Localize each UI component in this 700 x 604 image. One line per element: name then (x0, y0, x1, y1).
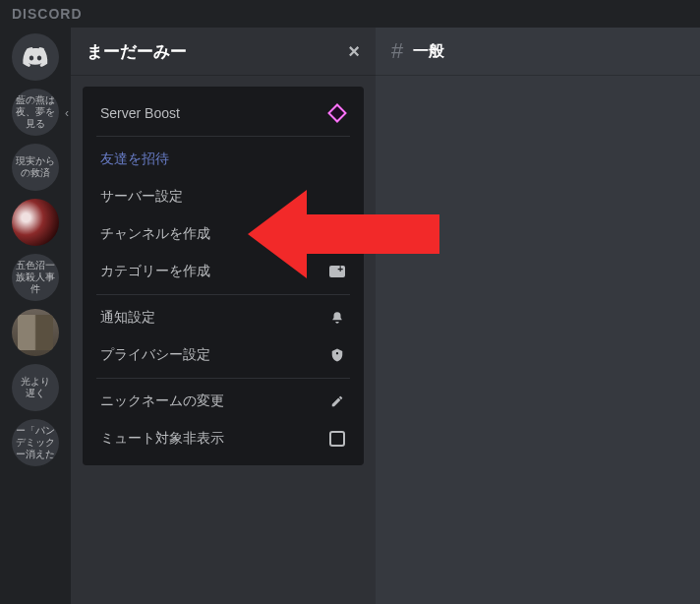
checkbox-empty-icon (328, 430, 346, 448)
server-icon[interactable]: ー「パン デミック ー消えた (12, 419, 59, 466)
server-name: まーだーみー (87, 40, 187, 63)
menu-separator (96, 294, 350, 295)
bell-icon (328, 309, 346, 327)
menu-create-category[interactable]: カテゴリーを作成 (90, 253, 356, 290)
hash-icon: # (391, 38, 403, 64)
server-icon[interactable]: 現実から の救済 (12, 144, 59, 191)
menu-change-nickname[interactable]: ニックネームの変更 (90, 383, 356, 420)
server-icon[interactable] (12, 199, 59, 246)
menu-hide-muted[interactable]: ミュート対象非表示 (90, 420, 356, 457)
menu-invite-friends[interactable]: 友達を招待 (90, 141, 356, 178)
menu-server-boost[interactable]: Server Boost (90, 94, 356, 132)
channel-sidebar: まーだーみー × ‹ Server Boost 友達を招待 サーバー設定 チャン… (71, 28, 376, 604)
menu-label: チャンネルを作成 (100, 225, 210, 243)
plus-circle-icon: + (328, 225, 346, 243)
server-list: 藍の燕は 夜、夢を 見る 現実から の救済 五色沼一 族殺人事 件 光より 遅く… (0, 28, 71, 604)
content-area: # 一般 (376, 28, 700, 604)
collapse-chevron-icon[interactable]: ‹ (65, 106, 69, 120)
menu-label: 通知設定 (100, 309, 155, 327)
folder-plus-icon (328, 263, 346, 280)
menu-separator (96, 136, 350, 137)
menu-notification-settings[interactable]: 通知設定 (90, 299, 356, 336)
menu-create-channel[interactable]: チャンネルを作成 + (90, 215, 356, 253)
server-icon[interactable]: 光より 遅く (12, 364, 59, 411)
channel-header: # 一般 (376, 28, 700, 75)
menu-separator (96, 378, 350, 379)
menu-label: ニックネームの変更 (100, 393, 224, 410)
menu-label: プライバシー設定 (100, 346, 210, 364)
channel-name: 一般 (413, 41, 444, 62)
shield-icon (328, 346, 346, 364)
menu-label: 友達を招待 (100, 151, 169, 168)
home-server-icon[interactable] (12, 33, 59, 81)
pencil-icon (328, 393, 346, 410)
server-icon[interactable]: 藍の燕は 夜、夢を 見る (12, 89, 59, 136)
server-header[interactable]: まーだーみー × (71, 28, 376, 75)
server-dropdown-menu: Server Boost 友達を招待 サーバー設定 チャンネルを作成 + カテゴ… (83, 87, 364, 465)
menu-label: サーバー設定 (100, 188, 183, 206)
server-icon[interactable]: 五色沼一 族殺人事 件 (12, 254, 59, 301)
server-icon[interactable] (12, 309, 59, 356)
menu-label: カテゴリーを作成 (100, 263, 210, 280)
discord-logo-icon (22, 47, 49, 67)
brand-logo: DISCORD (0, 0, 700, 28)
menu-privacy-settings[interactable]: プライバシー設定 (90, 336, 356, 374)
menu-server-settings[interactable]: サーバー設定 (90, 178, 356, 215)
menu-label: ミュート対象非表示 (100, 430, 224, 448)
close-icon[interactable]: × (348, 40, 360, 63)
boost-gem-icon (328, 104, 346, 122)
menu-label: Server Boost (100, 105, 180, 121)
